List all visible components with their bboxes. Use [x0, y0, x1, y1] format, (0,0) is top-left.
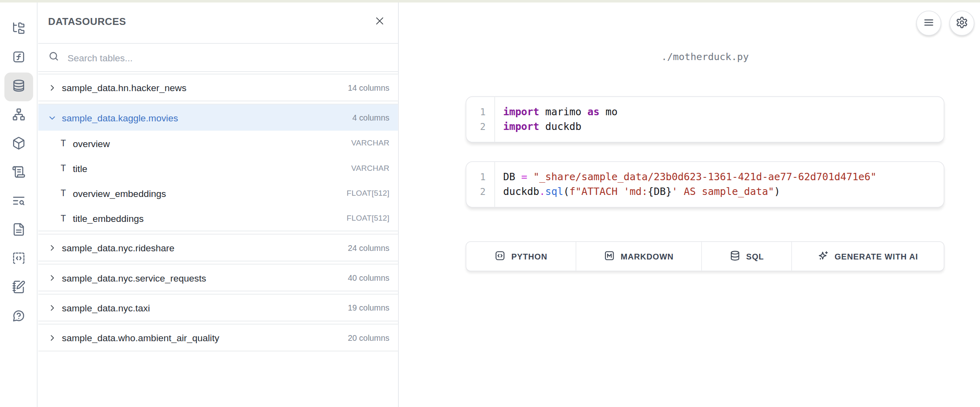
code-token: as: [587, 106, 599, 118]
file-text-icon: [11, 223, 25, 239]
chevron-right-icon: [47, 333, 56, 342]
text-type-icon: T: [60, 163, 66, 173]
code-token: f"ATTACH 'md:: [569, 186, 648, 197]
chat-question-icon: [11, 309, 25, 325]
table-name: sample_data.nyc.rideshare: [62, 242, 174, 253]
table-item: sample_data.kaggle.movies 4 columns T ov…: [38, 104, 398, 231]
add-button-label: SQL: [746, 252, 764, 261]
database-icon: [11, 79, 25, 95]
menu-icon: [922, 16, 935, 30]
chevron-right-icon: [47, 243, 56, 252]
column-row-title-embeddings[interactable]: T title_embeddings FLOAT[512]: [38, 206, 398, 230]
sidebar-item-help[interactable]: [4, 303, 33, 331]
column-row-overview-embeddings[interactable]: T overview_embeddings FLOAT[512]: [38, 181, 398, 206]
column-name: title_embeddings: [73, 213, 144, 224]
code-token: {DB}: [647, 186, 672, 197]
column-count: 40 columns: [348, 273, 389, 282]
code-token: marimo: [539, 106, 587, 118]
code-content: import marimo as moimport duckdb: [495, 97, 625, 142]
column-type: VARCHAR: [351, 164, 389, 172]
table-row-service-requests[interactable]: sample_data.nyc.service_requests 40 colu…: [38, 264, 398, 291]
code-token: duckdb: [539, 121, 581, 132]
sidebar-item-logs[interactable]: [4, 159, 33, 188]
text-search-icon: [11, 194, 25, 210]
code-square-dashed-icon: [11, 251, 25, 268]
table-search-bar: [38, 44, 398, 72]
box-icon: [11, 136, 25, 153]
sidebar-item-datasources[interactable]: [4, 72, 33, 101]
line-number: 2: [466, 119, 485, 134]
table-item: sample_data.nyc.service_requests 40 colu…: [38, 264, 398, 291]
search-input[interactable]: [66, 51, 388, 63]
table-name: sample_data.nyc.service_requests: [62, 272, 206, 283]
table-row-hacker-news[interactable]: sample_data.hn.hacker_news 14 columns: [38, 74, 398, 101]
table-item: sample_data.nyc.rideshare 24 columns: [38, 234, 398, 261]
code-token: =: [521, 171, 527, 183]
line-number-gutter: 1 2: [466, 97, 495, 142]
code-token: .: [539, 186, 545, 197]
table-row-taxi[interactable]: sample_data.nyc.taxi 19 columns: [38, 295, 398, 321]
line-number: 1: [466, 170, 485, 185]
add-markdown-cell-button[interactable]: MARKDOWN: [576, 242, 702, 271]
sidebar-item-snippets[interactable]: [4, 245, 33, 274]
table-name: sample_data.kaggle.movies: [62, 112, 178, 123]
table-name: sample_data.nyc.taxi: [62, 302, 150, 313]
sidebar-item-search-logs[interactable]: [4, 188, 33, 216]
code-token: import: [503, 121, 539, 132]
add-sql-cell-button[interactable]: SQL: [702, 242, 792, 271]
code-token: duckdb: [503, 186, 539, 197]
notebook-actions: [916, 11, 974, 36]
table-row-kaggle-movies[interactable]: sample_data.kaggle.movies 4 columns: [38, 105, 398, 131]
chevron-right-icon: [47, 303, 56, 312]
sidebar-item-packages[interactable]: [4, 130, 33, 159]
code-content: DB = "_share/sample_data/23b0d623-1361-4…: [495, 162, 884, 207]
column-count: 4 columns: [353, 113, 390, 122]
column-type: FLOAT[512]: [347, 189, 390, 197]
code-line: duckdb.sql(f"ATTACH 'md:{DB}' AS sample_…: [503, 184, 877, 199]
table-item: sample_data.nyc.taxi 19 columns: [38, 294, 398, 321]
sidebar-item-scratchpad[interactable]: [4, 274, 33, 302]
add-python-cell-button[interactable]: PYTHON: [466, 242, 576, 271]
notebook-filename: ./motherduck.py: [466, 51, 944, 63]
code-token: "_share/sample_data/23b0d623-1361-421d-a…: [533, 171, 876, 183]
column-name: overview_embeddings: [73, 188, 166, 199]
folder-tree-icon: [11, 21, 25, 38]
sidebar-item-files[interactable]: [4, 15, 33, 44]
generate-with-ai-button[interactable]: GENERATE WITH AI: [792, 242, 944, 271]
text-type-icon: T: [60, 138, 66, 148]
code-token: ): [774, 186, 780, 197]
code-token: [527, 171, 534, 183]
column-count: 14 columns: [348, 83, 389, 92]
code-cell-attach-db[interactable]: 1 2 DB = "_share/sample_data/23b0d623-13…: [466, 161, 944, 208]
scroll-text-icon: [11, 165, 25, 181]
add-cell-bar: PYTHON MARKDOWN SQL GENERATE WITH AI: [466, 242, 944, 271]
column-count: 19 columns: [348, 303, 389, 312]
column-row-title[interactable]: T title VARCHAR: [38, 156, 398, 181]
network-icon: [11, 107, 25, 124]
column-count: 24 columns: [348, 243, 389, 252]
gear-icon: [955, 16, 968, 30]
notebook-menu-button[interactable]: [916, 11, 941, 36]
table-row-rideshare[interactable]: sample_data.nyc.rideshare 24 columns: [38, 235, 398, 261]
marimo-app: DATASOURCES sample_data.hn.hacker_news 1…: [0, 0, 980, 407]
function-square-icon: [11, 50, 25, 66]
sidebar-item-dependencies[interactable]: [4, 101, 33, 130]
panel-header: DATASOURCES: [38, 0, 398, 44]
sidebar-item-variables[interactable]: [4, 44, 33, 72]
table-name: sample_data.who.ambient_air_quality: [62, 332, 219, 343]
sparkles-icon: [818, 250, 829, 263]
table-row-ambient-air-quality[interactable]: sample_data.who.ambient_air_quality 20 c…: [38, 324, 398, 351]
chevron-right-icon: [47, 273, 56, 282]
code-token: import: [503, 106, 539, 118]
code-token: (: [563, 186, 569, 197]
sidebar-item-documentation[interactable]: [4, 216, 33, 245]
text-type-icon: T: [60, 188, 66, 198]
settings-button[interactable]: [949, 11, 974, 36]
notebook-pen-icon: [11, 280, 25, 296]
close-panel-button[interactable]: [371, 13, 388, 30]
window-top-strip: [0, 0, 980, 2]
column-row-overview[interactable]: T overview VARCHAR: [38, 131, 398, 156]
chevron-right-icon: [47, 83, 56, 92]
code-cell-imports[interactable]: 1 2 import marimo as moimport duckdb: [466, 96, 944, 143]
tables-list: sample_data.hn.hacker_news 14 columns sa…: [38, 72, 398, 407]
